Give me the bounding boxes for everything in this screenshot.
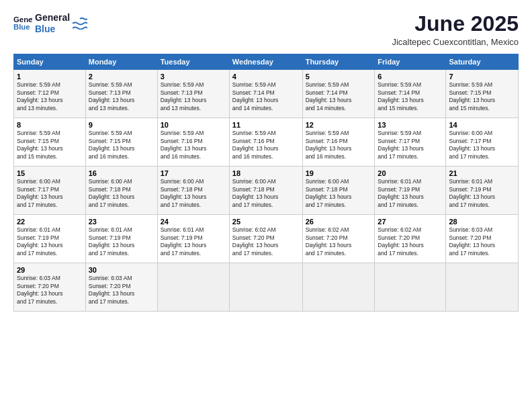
logo-blue: Blue: [35, 24, 70, 35]
cell-info: Sunrise: 6:00 AM Sunset: 7:17 PM Dayligh…: [449, 130, 515, 161]
cell-info: Sunrise: 5:59 AM Sunset: 7:13 PM Dayligh…: [89, 81, 154, 112]
cell-info: Sunrise: 6:00 AM Sunset: 7:18 PM Dayligh…: [232, 178, 300, 209]
cell-info: Sunrise: 5:59 AM Sunset: 7:16 PM Dayligh…: [161, 130, 226, 161]
day-number: 10: [161, 121, 226, 129]
calendar-cell: 4Sunrise: 5:59 AM Sunset: 7:14 PM Daylig…: [229, 70, 302, 118]
col-header-monday: Monday: [85, 54, 157, 70]
calendar-cell: [302, 263, 375, 312]
logo-general: General: [35, 12, 70, 24]
day-number: 7: [449, 73, 515, 81]
calendar-cell: 27Sunrise: 6:02 AM Sunset: 7:20 PM Dayli…: [375, 215, 446, 263]
calendar-cell: [446, 263, 519, 312]
day-number: 27: [378, 218, 443, 226]
cell-info: Sunrise: 5:59 AM Sunset: 7:14 PM Dayligh…: [306, 81, 372, 112]
day-number: 25: [232, 218, 300, 226]
day-number: 16: [89, 169, 154, 177]
day-number: 8: [17, 121, 83, 129]
day-number: 1: [17, 73, 83, 81]
calendar-cell: 20Sunrise: 6:01 AM Sunset: 7:19 PM Dayli…: [375, 167, 446, 215]
calendar-cell: 21Sunrise: 6:01 AM Sunset: 7:19 PM Dayli…: [446, 167, 519, 215]
cell-info: Sunrise: 5:59 AM Sunset: 7:14 PM Dayligh…: [378, 81, 443, 112]
header: General Blue General Blue June 2025 Jica…: [13, 12, 519, 47]
day-number: 12: [306, 121, 372, 129]
col-header-sunday: Sunday: [14, 54, 86, 70]
calendar-cell: 5Sunrise: 5:59 AM Sunset: 7:14 PM Daylig…: [302, 70, 375, 118]
cell-info: Sunrise: 5:59 AM Sunset: 7:12 PM Dayligh…: [17, 81, 83, 112]
day-number: 22: [17, 218, 83, 226]
calendar-cell: 15Sunrise: 6:00 AM Sunset: 7:17 PM Dayli…: [14, 167, 86, 215]
day-number: 2: [89, 73, 154, 81]
calendar-cell: 17Sunrise: 6:00 AM Sunset: 7:18 PM Dayli…: [157, 167, 229, 215]
calendar-cell: 9Sunrise: 5:59 AM Sunset: 7:15 PM Daylig…: [85, 118, 157, 167]
day-number: 3: [161, 73, 226, 81]
col-header-friday: Friday: [375, 54, 446, 70]
cell-info: Sunrise: 6:03 AM Sunset: 7:20 PM Dayligh…: [17, 275, 83, 306]
title-area: June 2025 Jicaltepec Cuexcontitlan, Mexi…: [392, 12, 519, 47]
cell-info: Sunrise: 6:01 AM Sunset: 7:19 PM Dayligh…: [17, 226, 83, 257]
day-number: 6: [378, 73, 443, 81]
calendar-cell: 13Sunrise: 5:59 AM Sunset: 7:17 PM Dayli…: [375, 118, 446, 167]
day-number: 26: [306, 218, 372, 226]
calendar-week-row: 22Sunrise: 6:01 AM Sunset: 7:19 PM Dayli…: [14, 215, 519, 263]
calendar-cell: 2Sunrise: 5:59 AM Sunset: 7:13 PM Daylig…: [85, 70, 157, 118]
calendar-cell: 18Sunrise: 6:00 AM Sunset: 7:18 PM Dayli…: [229, 167, 302, 215]
cell-info: Sunrise: 5:59 AM Sunset: 7:16 PM Dayligh…: [306, 130, 372, 161]
cell-info: Sunrise: 5:59 AM Sunset: 7:13 PM Dayligh…: [161, 81, 226, 112]
col-header-thursday: Thursday: [302, 54, 375, 70]
cell-info: Sunrise: 6:02 AM Sunset: 7:20 PM Dayligh…: [378, 226, 443, 257]
calendar-cell: [229, 263, 302, 312]
day-number: 20: [378, 169, 443, 177]
day-number: 5: [306, 73, 372, 81]
day-number: 28: [449, 218, 515, 226]
calendar-cell: 23Sunrise: 6:01 AM Sunset: 7:19 PM Dayli…: [85, 215, 157, 263]
day-number: 18: [232, 169, 300, 177]
cell-info: Sunrise: 6:03 AM Sunset: 7:20 PM Dayligh…: [449, 226, 515, 257]
logo-wave-icon: [73, 17, 87, 30]
col-header-wednesday: Wednesday: [229, 54, 302, 70]
day-number: 13: [378, 121, 443, 129]
month-title: June 2025: [392, 12, 519, 36]
day-number: 23: [89, 218, 154, 226]
calendar-cell: 24Sunrise: 6:01 AM Sunset: 7:19 PM Dayli…: [157, 215, 229, 263]
calendar-cell: 10Sunrise: 5:59 AM Sunset: 7:16 PM Dayli…: [157, 118, 229, 167]
calendar-cell: 26Sunrise: 6:02 AM Sunset: 7:20 PM Dayli…: [302, 215, 375, 263]
calendar-cell: 19Sunrise: 6:00 AM Sunset: 7:18 PM Dayli…: [302, 167, 375, 215]
logo-icon: General Blue: [13, 14, 32, 33]
calendar-table: SundayMondayTuesdayWednesdayThursdayFrid…: [13, 54, 519, 312]
cell-info: Sunrise: 6:03 AM Sunset: 7:20 PM Dayligh…: [89, 275, 154, 306]
calendar-week-row: 29Sunrise: 6:03 AM Sunset: 7:20 PM Dayli…: [14, 263, 519, 312]
calendar-cell: [157, 263, 229, 312]
cell-info: Sunrise: 6:02 AM Sunset: 7:20 PM Dayligh…: [306, 226, 372, 257]
day-number: 19: [306, 169, 372, 177]
calendar-cell: 30Sunrise: 6:03 AM Sunset: 7:20 PM Dayli…: [85, 263, 157, 312]
day-number: 15: [17, 169, 83, 177]
calendar-cell: 28Sunrise: 6:03 AM Sunset: 7:20 PM Dayli…: [446, 215, 519, 263]
cell-info: Sunrise: 6:01 AM Sunset: 7:19 PM Dayligh…: [161, 226, 226, 257]
cell-info: Sunrise: 5:59 AM Sunset: 7:15 PM Dayligh…: [89, 130, 154, 161]
calendar-week-row: 1Sunrise: 5:59 AM Sunset: 7:12 PM Daylig…: [14, 70, 519, 118]
svg-text:Blue: Blue: [13, 23, 30, 31]
cell-info: Sunrise: 6:00 AM Sunset: 7:18 PM Dayligh…: [89, 178, 154, 209]
cell-info: Sunrise: 5:59 AM Sunset: 7:15 PM Dayligh…: [17, 130, 83, 161]
header-row: SundayMondayTuesdayWednesdayThursdayFrid…: [14, 54, 519, 70]
col-header-tuesday: Tuesday: [157, 54, 229, 70]
day-number: 11: [232, 121, 300, 129]
day-number: 14: [449, 121, 515, 129]
calendar-week-row: 8Sunrise: 5:59 AM Sunset: 7:15 PM Daylig…: [14, 118, 519, 167]
cell-info: Sunrise: 6:00 AM Sunset: 7:18 PM Dayligh…: [161, 178, 226, 209]
cell-info: Sunrise: 6:01 AM Sunset: 7:19 PM Dayligh…: [449, 178, 515, 209]
day-number: 24: [161, 218, 226, 226]
calendar-cell: 14Sunrise: 6:00 AM Sunset: 7:17 PM Dayli…: [446, 118, 519, 167]
location: Jicaltepec Cuexcontitlan, Mexico: [392, 37, 519, 47]
calendar-cell: 25Sunrise: 6:02 AM Sunset: 7:20 PM Dayli…: [229, 215, 302, 263]
calendar-cell: 6Sunrise: 5:59 AM Sunset: 7:14 PM Daylig…: [375, 70, 446, 118]
calendar-cell: 3Sunrise: 5:59 AM Sunset: 7:13 PM Daylig…: [157, 70, 229, 118]
calendar-cell: [375, 263, 446, 312]
logo: General Blue General Blue: [13, 12, 87, 35]
calendar-cell: 16Sunrise: 6:00 AM Sunset: 7:18 PM Dayli…: [85, 167, 157, 215]
calendar-cell: 8Sunrise: 5:59 AM Sunset: 7:15 PM Daylig…: [14, 118, 86, 167]
day-number: 17: [161, 169, 226, 177]
cell-info: Sunrise: 5:59 AM Sunset: 7:17 PM Dayligh…: [378, 130, 443, 161]
cell-info: Sunrise: 5:59 AM Sunset: 7:15 PM Dayligh…: [449, 81, 515, 112]
day-number: 9: [89, 121, 154, 129]
